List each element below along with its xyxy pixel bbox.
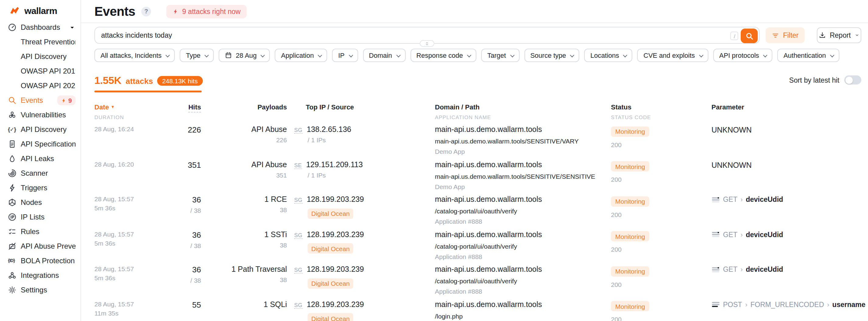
chevron-down-icon	[510, 53, 514, 57]
sidebar-item-bola-protection[interactable]: {ID}BOLA Protection	[0, 253, 81, 268]
country-code[interactable]: SG	[294, 302, 303, 309]
country-code[interactable]: SG	[294, 267, 303, 274]
filter-chip-locations[interactable]: Locations	[585, 49, 632, 62]
country-code[interactable]: SG	[294, 127, 303, 134]
page-header: Events ? 9 attacks right now	[81, 0, 868, 23]
wallarm-logo[interactable]: wallarm	[0, 4, 81, 17]
help-icon[interactable]: ?	[141, 6, 151, 16]
sidebar-item-vulnerabilities[interactable]: Vulnerabilities	[0, 108, 81, 122]
request-post-icon	[711, 301, 720, 308]
column-subheader-application: APPLICATION NAME	[435, 114, 611, 120]
sidebar-item-owasp-api-2023[interactable]: OWASP API 2023	[0, 78, 81, 93]
sidebar-nav: DashboardsThreat PreventionAPI Discovery…	[0, 20, 81, 297]
source-ip[interactable]: 128.199.203.239	[307, 265, 364, 274]
search-button[interactable]	[741, 29, 758, 43]
gauge-icon	[8, 23, 17, 32]
attacks-count-label: attacks	[126, 76, 153, 85]
sidebar-item-api-abuse-prevention[interactable]: API Abuse Prevention	[0, 239, 81, 253]
event-domain: main-api.us.demo.wallarm.tools	[435, 265, 611, 274]
status-code: 200	[611, 281, 711, 288]
source-ip[interactable]: 129.151.209.113	[306, 160, 363, 169]
share-icon	[8, 271, 17, 280]
source-ip[interactable]: 128.199.203.239	[307, 195, 364, 204]
filter-chip-source-type[interactable]: Source type	[524, 49, 579, 62]
source-provider-badge: Digital Ocean	[308, 244, 353, 254]
sidebar-item-api-leaks[interactable]: API Leaks	[0, 151, 81, 166]
filter-chip-ip[interactable]: IP	[332, 49, 358, 62]
event-date: 28 Aug, 15:57	[94, 265, 164, 273]
event-domain: main-api.us.demo.wallarm.tools	[435, 125, 611, 134]
application-name: Application #888	[435, 218, 611, 225]
source-ip[interactable]: 128.199.203.239	[307, 230, 364, 239]
filter-chip-target[interactable]: Target	[481, 49, 519, 62]
filter-chip-label: Response code	[416, 52, 463, 59]
sidebar-item-label: BOLA Protection	[21, 256, 74, 265]
column-header-parameter[interactable]: Parameter	[711, 101, 861, 120]
table-row[interactable]: 28 Aug, 15:575m 36s36/ 381 RCE38SG128.19…	[94, 194, 861, 229]
attacks-now-badge[interactable]: 9 attacks right now	[166, 5, 247, 18]
column-header-hits[interactable]: Hits	[164, 101, 201, 120]
sidebar-item-integrations[interactable]: Integrations	[0, 268, 81, 283]
country-code[interactable]: SG	[294, 197, 303, 204]
filter-button[interactable]: Filter	[766, 27, 805, 43]
sidebar-item-events[interactable]: Events9	[0, 93, 81, 108]
report-button[interactable]: Report	[817, 27, 861, 43]
sidebar-item-label: Dashboards	[21, 23, 60, 32]
filter-chip-type[interactable]: Type	[180, 49, 214, 62]
sidebar-item-dashboards[interactable]: Dashboards	[0, 20, 81, 35]
hexagon-icon	[8, 198, 17, 207]
source-ip[interactable]: 138.2.65.136	[307, 125, 351, 134]
filter-chip-domain[interactable]: Domain	[363, 49, 405, 62]
filter-chip-all-attacks-incidents[interactable]: All attacks, Incidents	[94, 49, 175, 62]
sidebar-item-nodes[interactable]: Nodes	[0, 195, 81, 210]
sort-toggle[interactable]	[844, 75, 861, 84]
status-code: 200	[611, 141, 711, 148]
sidebar-item-triggers[interactable]: Triggers	[0, 181, 81, 195]
filter-icon	[772, 32, 779, 39]
column-header-source[interactable]: Top IP / Source	[287, 101, 435, 120]
table-row[interactable]: 28 Aug, 15:575m 36s36/ 381 SSTi38SG128.1…	[94, 230, 861, 265]
sidebar-item-api-specifications[interactable]: API Specifications	[0, 137, 81, 151]
payload-type: 1 SQLi	[201, 300, 287, 309]
filter-chip-label: IP	[338, 52, 344, 59]
country-code[interactable]: SG	[294, 232, 303, 239]
request-get-icon	[711, 266, 720, 273]
filter-chip-application[interactable]: Application	[275, 49, 328, 62]
column-header-status[interactable]: Status STATUS CODE	[611, 101, 711, 120]
column-header-domain[interactable]: Domain / Path APPLICATION NAME	[435, 101, 611, 120]
filter-chip-label: Type	[186, 52, 201, 59]
country-code[interactable]: SE	[294, 162, 302, 169]
sidebar-item-settings[interactable]: Settings	[0, 283, 81, 297]
filter-chip-label: CVE and exploits	[644, 52, 695, 59]
chevron-down-icon	[166, 53, 170, 57]
sidebar-item-label: Events	[21, 96, 43, 105]
event-domain: main-api.us.demo.wallarm.tools	[435, 195, 611, 204]
sidebar-item-label: Scanner	[21, 169, 48, 178]
sidebar-item-api-discovery[interactable]: {✓}API Discovery	[0, 122, 81, 137]
filter-chip-response-code[interactable]: Response code	[410, 49, 476, 62]
sidebar-item-rules[interactable]: Rules	[0, 224, 81, 239]
column-header-date[interactable]: Date▼ DURATION	[94, 101, 164, 120]
table-row[interactable]: 28 Aug, 15:5711m 35s551 SQLiSG128.199.20…	[94, 300, 861, 321]
chevron-separator: ›	[740, 231, 743, 238]
event-path: /catalog-portal/ui/oauth/verify	[435, 278, 611, 285]
sidebar-item-threat-prevention[interactable]: Threat Prevention	[0, 35, 81, 49]
attacks-tab[interactable]: 1.55K attacks 248.13K hits	[94, 75, 203, 87]
collapse-filters-handle[interactable]	[420, 40, 434, 47]
filter-chip-api-protocols[interactable]: API protocols	[713, 49, 773, 62]
column-header-payloads[interactable]: Payloads	[201, 101, 287, 120]
filter-chip-authentication[interactable]: Authentication	[777, 49, 839, 62]
filter-chip-cve-and-exploits[interactable]: CVE and exploits	[638, 49, 708, 62]
sidebar-item-owasp-api-2019[interactable]: OWASP API 2019	[0, 64, 81, 78]
status-badge: Monitoring	[611, 196, 649, 206]
sidebar-item-api-discovery[interactable]: API Discovery	[0, 49, 81, 64]
source-ip[interactable]: 128.199.203.239	[307, 300, 364, 309]
table-row[interactable]: 28 Aug, 16:24226API Abuse226SG138.2.65.1…	[94, 124, 861, 159]
sidebar-item-ip-lists[interactable]: IP Lists	[0, 210, 81, 224]
table-row[interactable]: 28 Aug, 15:575m 36s36/ 381 Path Traversa…	[94, 265, 861, 300]
filter-chip-28-aug[interactable]: 28 Aug	[219, 49, 270, 62]
table-header: Date▼ DURATION Hits Payloads Top IP / So…	[94, 101, 861, 120]
sidebar-item-scanner[interactable]: Scanner	[0, 166, 81, 181]
attacks-now-label: 9 attacks right now	[182, 8, 241, 15]
table-row[interactable]: 28 Aug, 16:20351API Abuse351SE129.151.20…	[94, 159, 861, 194]
